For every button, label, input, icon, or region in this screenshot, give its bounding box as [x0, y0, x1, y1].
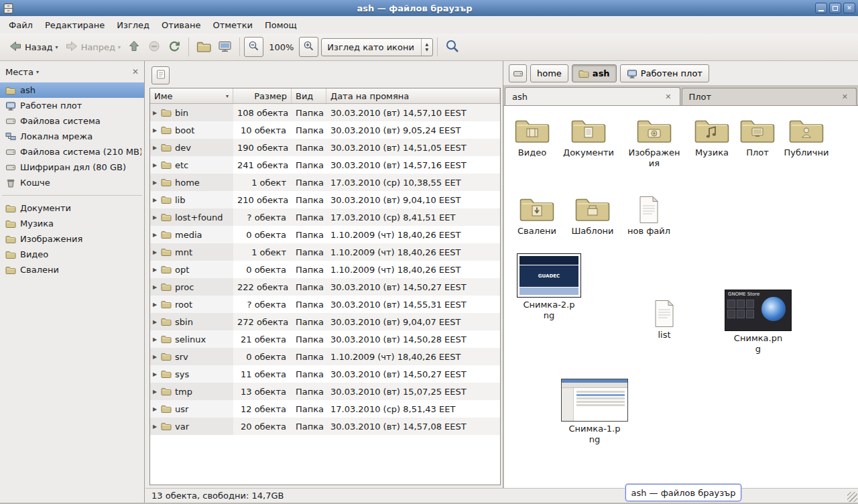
sidebar-item[interactable]: Локална мрежа [0, 129, 144, 144]
icon-item[interactable]: Снимка-1.png [562, 379, 627, 444]
path-button-home[interactable]: home [530, 64, 568, 82]
reload-button[interactable] [164, 37, 184, 58]
icon-item[interactable]: Шаблони [560, 194, 625, 237]
expander-icon[interactable]: ▶ [153, 284, 161, 290]
column-header-size[interactable]: Размер [233, 88, 292, 103]
menu-item-2[interactable]: Изглед [111, 17, 156, 33]
forward-button[interactable]: Напред ▾ [62, 37, 125, 58]
expander-icon[interactable]: ▶ [153, 145, 161, 151]
back-dropdown-icon[interactable]: ▾ [56, 44, 58, 50]
expander-icon[interactable]: ▶ [153, 180, 161, 186]
zoom-out-button[interactable] [244, 37, 263, 57]
tab-close-icon[interactable]: ✕ [664, 92, 672, 101]
expander-icon[interactable]: ▶ [153, 197, 161, 203]
icon-item[interactable]: Изображения [622, 116, 686, 168]
sidebar-item[interactable]: Видео [0, 247, 144, 262]
sidebar-item[interactable]: Файлова система (210 MB) [0, 144, 144, 160]
table-row[interactable]: ▶dev190 обектаПапка30.03.2010 (вт) 14,51… [150, 139, 500, 156]
table-row[interactable]: ▶tmp13 обектаПапка30.03.2010 (вт) 15,07,… [150, 383, 500, 400]
location-toggle-button[interactable] [151, 66, 170, 84]
expander-icon[interactable]: ▶ [153, 232, 161, 238]
icon-item[interactable]: Свалени [505, 194, 569, 237]
sidebar-item[interactable]: Музика [0, 216, 144, 231]
table-row[interactable]: ▶sbin272 обектаПапка30.03.2010 (вт) 9,04… [150, 313, 500, 330]
table-row[interactable]: ▶mnt1 обектПапка1.10.2009 (чт) 18,40,26 … [150, 243, 500, 261]
icon-item[interactable]: нов файл [617, 196, 681, 237]
table-row[interactable]: ▶opt0 обектаПапка1.10.2009 (чт) 18,40,26… [150, 261, 500, 278]
table-row[interactable]: ▶sys11 обектаПапка30.03.2010 (вт) 14,50,… [150, 365, 500, 383]
table-row[interactable]: ▶proc222 обектаПапка30.03.2010 (вт) 14,5… [150, 278, 500, 296]
maximize-button[interactable] [829, 3, 841, 13]
resize-grip[interactable] [847, 492, 857, 502]
expander-icon[interactable]: ▶ [153, 406, 161, 412]
menu-item-5[interactable]: Помощ [259, 17, 303, 33]
expander-icon[interactable]: ▶ [153, 336, 161, 342]
titlebar[interactable]: ash — файлов браузър ✕ [0, 0, 858, 16]
back-button[interactable]: Назад ▾ [5, 37, 62, 58]
combo-spin-icons[interactable]: ▲▼ [421, 39, 432, 56]
sidebar-item[interactable]: Файлова система [0, 113, 144, 129]
table-row[interactable]: ▶root? обектаПапка30.03.2010 (вт) 14,55,… [150, 296, 500, 313]
tab-Плот[interactable]: Плот✕ [682, 88, 857, 105]
table-row[interactable]: ▶boot10 обектаПапка30.03.2010 (вт) 9,05,… [150, 121, 500, 139]
menu-item-1[interactable]: Редактиране [39, 17, 111, 33]
expander-icon[interactable]: ▶ [153, 371, 161, 377]
taskbar-window-button[interactable]: ash — файлов браузър [625, 484, 741, 501]
table-row[interactable]: ▶bin108 обектаПапка30.03.2010 (вт) 14,57… [150, 104, 500, 121]
tab-ash[interactable]: ash✕ [505, 87, 680, 105]
sidebar-item[interactable]: Кошче [0, 175, 144, 190]
table-row[interactable]: ▶selinux21 обектаПапка30.03.2010 (вт) 14… [150, 330, 500, 348]
column-header-kind[interactable]: Вид [292, 88, 326, 103]
icon-item[interactable]: Публични [774, 116, 839, 158]
tab-close-icon[interactable]: ✕ [841, 92, 849, 101]
table-row[interactable]: ▶etc241 обектаПапка30.03.2010 (вт) 14,57… [150, 156, 500, 174]
table-row[interactable]: ▶var20 обектаПапка30.03.2010 (вт) 14,57,… [150, 418, 500, 435]
sidebar-close-icon[interactable]: ✕ [132, 67, 139, 76]
minimize-button[interactable] [815, 3, 827, 13]
icon-item[interactable]: GNOME StoreСнимка.png [726, 290, 790, 354]
expander-icon[interactable]: ▶ [153, 302, 161, 308]
close-button[interactable]: ✕ [843, 3, 855, 13]
sidebar-item[interactable]: ash [0, 82, 144, 98]
path-button-ash[interactable]: ash [572, 64, 617, 82]
column-header-date[interactable]: Дата на промяна [326, 88, 500, 103]
expander-icon[interactable]: ▶ [153, 354, 161, 360]
computer-button[interactable] [214, 37, 235, 58]
table-row[interactable]: ▶home1 обектПапка17.03.2010 (ср) 10,38,5… [150, 174, 500, 191]
icon-view[interactable]: ВидеоДокументиИзображенияМузикаПлотПубли… [503, 106, 858, 488]
expander-icon[interactable]: ▶ [153, 249, 161, 255]
icon-item[interactable]: Видео [503, 116, 564, 158]
up-button[interactable] [124, 37, 144, 58]
sidebar-item[interactable]: Документи [0, 200, 144, 216]
zoom-in-button[interactable] [299, 37, 318, 57]
sidebar-item[interactable]: Изображения [0, 231, 144, 247]
expander-icon[interactable]: ▶ [153, 267, 161, 273]
menu-item-3[interactable]: Отиване [156, 17, 206, 33]
sidebar-item[interactable]: Свалени [0, 262, 144, 277]
menu-item-4[interactable]: Отметки [206, 17, 258, 33]
sidebar-item[interactable]: Работен плот [0, 98, 144, 113]
table-row[interactable]: ▶media0 обектаПапка1.10.2009 (чт) 18,40,… [150, 226, 500, 243]
icon-item[interactable]: GUADECСнимка-2.png [517, 253, 581, 320]
path-button-Работен плот[interactable]: Работен плот [620, 64, 709, 82]
search-button[interactable] [442, 36, 463, 58]
menu-item-0[interactable]: Файл [3, 17, 39, 33]
sidebar-item[interactable]: Шифриран дял (80 GB) [0, 160, 144, 175]
table-row[interactable]: ▶lib210 обектаПапка30.03.2010 (вт) 9,04,… [150, 191, 500, 208]
expander-icon[interactable]: ▶ [153, 110, 161, 116]
view-mode-combo[interactable]: Изглед като икони ▲▼ [321, 38, 433, 56]
stop-button[interactable] [144, 37, 164, 58]
table-row[interactable]: ▶lost+found? обектаПапка17.03.2010 (ср) … [150, 208, 500, 226]
table-row[interactable]: ▶usr12 обектаПапка17.03.2010 (ср) 8,51,4… [150, 400, 500, 418]
icon-item[interactable]: list [632, 300, 696, 340]
pathbar-root-button[interactable] [509, 64, 527, 82]
sidebar-mode-dropdown-icon[interactable]: ▾ [36, 69, 39, 75]
expander-icon[interactable]: ▶ [153, 389, 161, 395]
column-header-name[interactable]: Име▾ [150, 88, 233, 103]
expander-icon[interactable]: ▶ [153, 162, 161, 168]
table-row[interactable]: ▶srv0 обектаПапка1.10.2009 (чт) 18,40,26… [150, 348, 500, 365]
home-button[interactable] [193, 37, 214, 58]
expander-icon[interactable]: ▶ [153, 127, 161, 133]
expander-icon[interactable]: ▶ [153, 424, 161, 430]
expander-icon[interactable]: ▶ [153, 319, 161, 325]
